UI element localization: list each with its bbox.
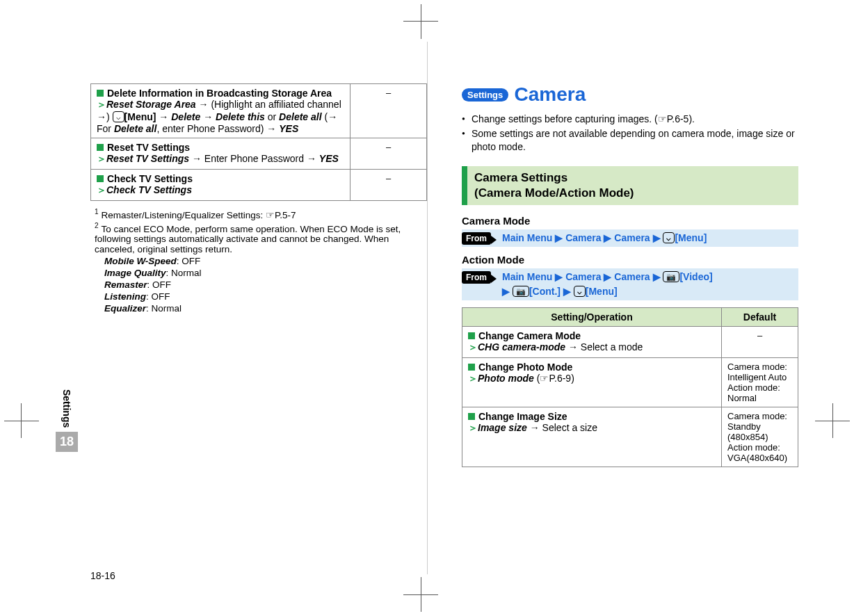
side-tab-label: Settings (61, 389, 72, 428)
cmd: Delete this (216, 111, 265, 122)
camera-settings-table: Setting/Operation Default Change Camera … (462, 307, 798, 467)
camera-title: Camera (514, 83, 586, 106)
section-bar-line: (Camera Mode/Action Mode) (474, 186, 634, 200)
nav-step: Main Menu (502, 271, 552, 282)
nav-step: Camera (614, 232, 650, 243)
setting-value: : OFF (146, 291, 170, 302)
nav-step: [Cont.] (529, 286, 561, 297)
soft-key-icon: ⌵ (574, 286, 586, 297)
bullet-item: Change settings before capturing images.… (462, 113, 798, 126)
page-ref-icon: ☞ (658, 113, 667, 124)
page-ref: P.5-7 (275, 210, 296, 220)
cmd: YES (279, 123, 298, 134)
text: → Enter Phone Password → (189, 153, 319, 164)
side-tab-number: 18 (56, 432, 78, 452)
row-reset-tv-settings: Reset TV Settings ＞Reset TV Settings → E… (91, 138, 351, 170)
camera-key-icon: 📷 (663, 271, 679, 282)
chevron-icon: ＞ (468, 422, 478, 433)
default-cell: – (351, 138, 427, 170)
nav-step: Camera (565, 232, 601, 243)
footnote-text: To cancel ECO Mode, perform same operati… (95, 223, 401, 254)
chevron-icon: ▶ (555, 271, 563, 282)
from-badge: From (462, 232, 491, 245)
default-cell: Camera mode: Intelligent Auto Action mod… (722, 357, 798, 407)
setting-name: Listening (104, 291, 146, 302)
setting-value: : OFF (177, 256, 201, 266)
footnote-text: Remaster/Listening/Equalizer Settings: (102, 210, 266, 220)
page-number: 18-16 (90, 570, 115, 581)
page-ref-icon: ☞ (266, 210, 275, 220)
text: ) (571, 373, 574, 384)
soft-key-icon: ⌵ (113, 111, 124, 122)
footnote-marker: 1 (95, 208, 99, 216)
setting-name: Equalizer (104, 303, 146, 314)
breadcrumb: Main Menu ▶ Camera ▶ Camera ▶ 📷[Video] ▶… (502, 270, 713, 299)
nav-step: Camera (565, 271, 601, 282)
section-heading: Settings Camera (462, 83, 798, 106)
menu-label: [Menu] (124, 111, 156, 122)
chevron-icon: ▶ (604, 232, 611, 243)
chevron-icon: ＞ (97, 184, 106, 195)
nav-step: [Video] (679, 271, 712, 282)
cmd: Check TV Settings (106, 184, 192, 195)
cmd: Image size (478, 422, 527, 433)
camera-mode-label: Camera Mode (462, 215, 798, 227)
row-title: Change Photo Mode (478, 362, 572, 373)
text: or (265, 111, 279, 122)
row-change-camera-mode: Change Camera Mode ＞CHG camera-mode → Se… (462, 326, 722, 357)
crop-mark (832, 403, 833, 438)
crop-mark (421, 4, 421, 39)
bullet-item: Some settings are not available dependin… (462, 127, 798, 154)
action-mode-label: Action Mode (462, 254, 798, 266)
chevron-icon: ▶ (555, 232, 563, 243)
row-change-photo-mode: Change Photo Mode ＞Photo mode (☞P.6-9) (462, 357, 722, 407)
from-line-action: From Main Menu ▶ Camera ▶ Camera ▶ 📷[Vid… (462, 268, 798, 300)
right-column: Settings Camera Change settings before c… (462, 83, 798, 467)
chevron-icon: ▶ (653, 271, 661, 282)
camera-key-icon: 📷 (513, 286, 529, 297)
bullet-icon (97, 144, 104, 151)
arrow-icon (491, 236, 497, 244)
text: , enter Phone Password) → (156, 123, 279, 134)
chevron-icon: ＞ (468, 373, 478, 384)
footnotes: 1Remaster/Listening/Equalizer Settings: … (90, 208, 427, 314)
col-header-default: Default (722, 307, 798, 326)
cmd: Reset TV Settings (106, 153, 189, 164)
text: → (156, 111, 171, 122)
section-bar-line: Camera Settings (474, 171, 567, 184)
row-change-image-size: Change Image Size ＞Image size → Select a… (462, 407, 722, 467)
bullet-icon (97, 175, 104, 182)
page-ref-icon: ☞ (540, 373, 549, 384)
nav-step: Camera (614, 271, 650, 282)
row-check-tv-settings: Check TV Settings ＞Check TV Settings (91, 170, 351, 201)
crop-mark (21, 403, 22, 438)
cmd: CHG camera-mode (478, 341, 565, 352)
text: → (200, 111, 216, 122)
cmd: Delete (171, 111, 200, 122)
chevron-icon: ▶ (604, 271, 611, 282)
cmd: YES (319, 153, 339, 164)
crop-mark (421, 577, 421, 612)
setting-name: Mobile W-Speed (104, 256, 177, 266)
cmd: Delete all (279, 111, 321, 122)
default-cell: Camera mode: Standby (480x854) Action mo… (722, 407, 798, 467)
cmd: Photo mode (478, 373, 534, 384)
setting-name: Remaster (104, 279, 147, 290)
footnote-marker: 2 (95, 222, 99, 229)
setting-name: Image Quality (104, 268, 166, 278)
side-tab: Settings 18 (56, 389, 78, 452)
section-bar: Camera Settings (Camera Mode/Action Mode… (462, 166, 798, 205)
text: Change settings before capturing images.… (472, 113, 658, 124)
text: Some settings are not available dependin… (472, 128, 795, 152)
bullet-icon (468, 332, 475, 339)
chevron-icon: ▶ (653, 232, 661, 243)
from-line-camera: From Main Menu ▶ Camera ▶ Camera ▶ ⌵[Men… (462, 229, 798, 247)
column-divider (427, 42, 428, 574)
settings-badge: Settings (462, 88, 508, 102)
setting-value: : Normal (166, 268, 202, 278)
chevron-icon: ＞ (97, 153, 106, 164)
row-delete-broadcast-storage: Delete Information in Broadcasting Stora… (91, 84, 351, 138)
row-title: Reset TV Settings (107, 142, 190, 153)
soft-key-icon: ⌵ (663, 232, 675, 243)
page-ref: P.6-5 (667, 113, 689, 124)
